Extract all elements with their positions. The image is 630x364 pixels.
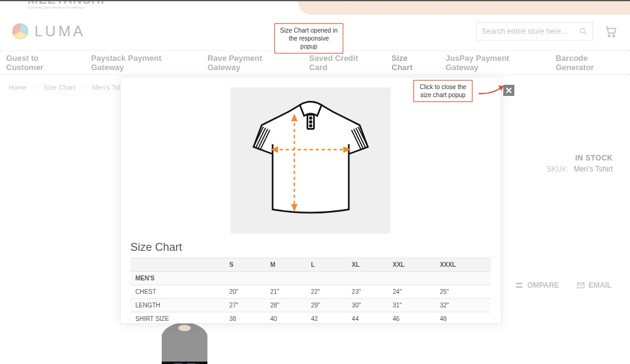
size-chart-title: Size Chart: [130, 241, 491, 254]
annotation-close-hint: Click to close the size chart popup: [413, 80, 472, 102]
svg-point-13: [310, 125, 312, 127]
row-label: LENGTH: [130, 299, 225, 312]
svg-point-12: [310, 121, 312, 123]
vendor-brand: MEETANSHI Extending Ecommerce Excellence: [28, 0, 105, 9]
col-xxxl: XXXL: [435, 258, 491, 272]
shirt-diagram: [231, 87, 391, 234]
size-header-row: S M L XL XXL XXXL: [130, 258, 491, 272]
col-xxl: XXL: [388, 258, 435, 272]
table-row: LENGTH 27" 28" 29" 30" 31" 32": [130, 299, 491, 312]
annotation-arrow: [477, 81, 508, 96]
col-l: L: [306, 258, 347, 272]
col-s: S: [225, 258, 265, 272]
col-blank: [130, 258, 225, 272]
table-row: SHIRT SIZE 38 40 42 44 46 48: [130, 312, 491, 326]
size-chart-table: MEN'S S M L XL XXL XXXL CHEST 20" 21" 22…: [130, 258, 491, 325]
table-row: CHEST 20" 21" 22" 23" 24" 25": [130, 285, 491, 299]
col-m: M: [265, 258, 306, 272]
size-chart-modal: Size Chart MEN'S S M L XL XXL XXXL CHEST…: [121, 77, 501, 323]
size-section-label: MEN'S: [130, 272, 491, 285]
shirt-diagram-svg: [240, 93, 381, 228]
svg-point-11: [310, 117, 312, 119]
vendor-brand-accent: [298, 1, 630, 15]
row-label: SHIRT SIZE: [130, 312, 225, 326]
annotation-opened: Size Chart opened in the responsive popu…: [274, 23, 343, 53]
row-label: CHEST: [130, 285, 225, 299]
col-xl: XL: [347, 258, 388, 272]
svg-marker-28: [498, 85, 503, 91]
